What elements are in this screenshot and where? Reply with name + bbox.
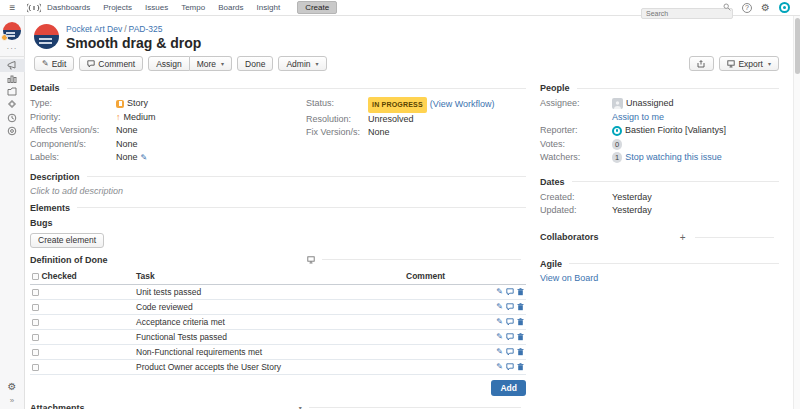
dod-row-checkbox[interactable]: [32, 334, 39, 341]
admin-label: Admin: [286, 59, 310, 69]
table-row: Functional Tests passed ✎: [30, 329, 526, 344]
dod-display-icon[interactable]: [307, 256, 315, 264]
type-label: Type:: [30, 97, 116, 111]
project-avatar[interactable]: [3, 22, 21, 40]
dod-row-checkbox[interactable]: [32, 364, 39, 371]
elements-section: Elements Bugs Create element: [30, 203, 526, 248]
delete-row-icon[interactable]: [517, 288, 524, 296]
page-scrollbar[interactable]: [793, 16, 800, 409]
settings-circle-icon[interactable]: [0, 124, 25, 137]
gear-icon[interactable]: ⚙: [761, 3, 770, 13]
add-collaborator-icon[interactable]: +: [678, 232, 688, 243]
delete-row-icon[interactable]: [517, 318, 524, 326]
edit-row-icon[interactable]: ✎: [496, 332, 503, 341]
bugs-subheading: Bugs: [30, 218, 526, 228]
user-avatar[interactable]: [779, 2, 790, 13]
dod-row-checkbox[interactable]: [32, 319, 39, 326]
delete-row-icon[interactable]: [517, 363, 524, 371]
app-logo-icon[interactable]: [27, 3, 41, 13]
edit-row-icon[interactable]: ✎: [496, 317, 503, 326]
comment-row-icon[interactable]: [506, 348, 514, 356]
dod-task: Acceptance criteria met: [134, 314, 404, 329]
share-button[interactable]: [689, 56, 714, 71]
dod-comment: [404, 359, 490, 374]
updated-label: Updated:: [540, 204, 612, 218]
search-input[interactable]: [641, 8, 733, 19]
breadcrumb: Pocket Art Dev/PAD-325: [66, 24, 201, 35]
reporter-value: Bastien Fiorito [Valiantys]: [625, 124, 726, 138]
comment-row-icon[interactable]: [506, 288, 514, 296]
priority-value: Medium: [124, 111, 156, 125]
field-reporter: Reporter: Bastien Fiorito [Valiantys]: [540, 124, 779, 138]
create-button[interactable]: Create: [297, 1, 337, 14]
description-section: Description Click to add description: [30, 172, 526, 196]
reports-icon[interactable]: [0, 72, 25, 85]
breadcrumb-issue-key-link[interactable]: PAD-325: [129, 24, 163, 34]
field-created: Created: Yesterday: [540, 191, 779, 205]
comment-row-icon[interactable]: [506, 363, 514, 371]
created-value: Yesterday: [612, 191, 652, 205]
delete-row-icon[interactable]: [517, 303, 524, 311]
collaborators-heading: Collaborators +: [540, 232, 779, 243]
nav-insight[interactable]: Insight: [257, 3, 281, 12]
assign-button[interactable]: Assign: [148, 56, 190, 71]
sidebar-more-icon[interactable]: ···: [7, 44, 18, 53]
project-settings-gear-icon[interactable]: ⚙: [8, 382, 17, 392]
field-watchers: Watchers: 1Stop watching this issue: [540, 151, 779, 165]
edit-row-icon[interactable]: ✎: [496, 302, 503, 311]
edit-row-icon[interactable]: ✎: [496, 347, 503, 356]
description-placeholder[interactable]: Click to add description: [30, 186, 526, 196]
nav-projects[interactable]: Projects: [103, 3, 132, 12]
nav-dashboards[interactable]: Dashboards: [47, 3, 90, 12]
votes-badge[interactable]: 0: [612, 139, 622, 150]
more-button[interactable]: More ▾: [190, 56, 232, 71]
stop-watching-link[interactable]: Stop watching this issue: [625, 151, 722, 165]
releases-icon[interactable]: [0, 85, 25, 98]
dod-select-all-checkbox[interactable]: [32, 273, 39, 280]
sidebar-expand-icon[interactable]: »: [10, 396, 14, 405]
attachments-options-caret-icon[interactable]: ▾: [299, 404, 302, 409]
affects-label: Affects Version/s:: [30, 124, 116, 138]
comment-row-icon[interactable]: [506, 303, 514, 311]
done-button[interactable]: Done: [237, 56, 273, 71]
assign-to-me-link[interactable]: Assign to me: [612, 112, 664, 122]
dod-task: Code reviewed: [134, 299, 404, 314]
agile-section: Agile View on Board: [540, 259, 779, 283]
view-on-board-link[interactable]: View on Board: [540, 273, 598, 283]
export-caret-icon: ▾: [768, 60, 771, 67]
export-button[interactable]: Export ▾: [719, 56, 779, 71]
edit-labels-icon[interactable]: ✎: [141, 151, 148, 165]
breadcrumb-project-link[interactable]: Pocket Art Dev: [66, 24, 122, 34]
nav-issues[interactable]: Issues: [145, 3, 168, 12]
delete-row-icon[interactable]: [517, 348, 524, 356]
help-icon[interactable]: ?: [742, 3, 752, 13]
edit-row-icon[interactable]: ✎: [496, 287, 503, 296]
watchers-badge[interactable]: 1: [612, 152, 622, 163]
search-icon[interactable]: [723, 3, 731, 11]
add-task-button[interactable]: Add: [491, 380, 526, 396]
dod-row-checkbox[interactable]: [32, 289, 39, 296]
create-element-button[interactable]: Create element: [30, 233, 104, 248]
nav-tempo[interactable]: Tempo: [181, 3, 205, 12]
comment-row-icon[interactable]: [506, 333, 514, 341]
comment-row-icon[interactable]: [506, 318, 514, 326]
scrollbar-thumb[interactable]: [795, 18, 800, 74]
details-section: Details Type: Story Priority: ↑Medium Af…: [30, 83, 526, 165]
dod-row-checkbox[interactable]: [32, 304, 39, 311]
components-icon[interactable]: [0, 98, 25, 111]
hamburger-menu-icon[interactable]: ≡: [0, 2, 25, 13]
announcements-icon[interactable]: [0, 59, 25, 72]
view-workflow-link[interactable]: (View Workflow): [430, 98, 495, 112]
dod-heading: Definition of Done: [30, 255, 526, 265]
dod-row-checkbox[interactable]: [32, 349, 39, 356]
nav-boards[interactable]: Boards: [218, 3, 243, 12]
history-icon[interactable]: [0, 111, 25, 124]
delete-row-icon[interactable]: [517, 333, 524, 341]
export-label: Export: [738, 59, 763, 69]
admin-button[interactable]: Admin ▾: [278, 56, 326, 71]
priority-label: Priority:: [30, 111, 116, 125]
edit-row-icon[interactable]: ✎: [496, 362, 503, 371]
edit-button[interactable]: ✎ Edit: [34, 56, 74, 71]
comment-button[interactable]: Comment: [79, 56, 143, 71]
components-value: None: [116, 138, 138, 152]
